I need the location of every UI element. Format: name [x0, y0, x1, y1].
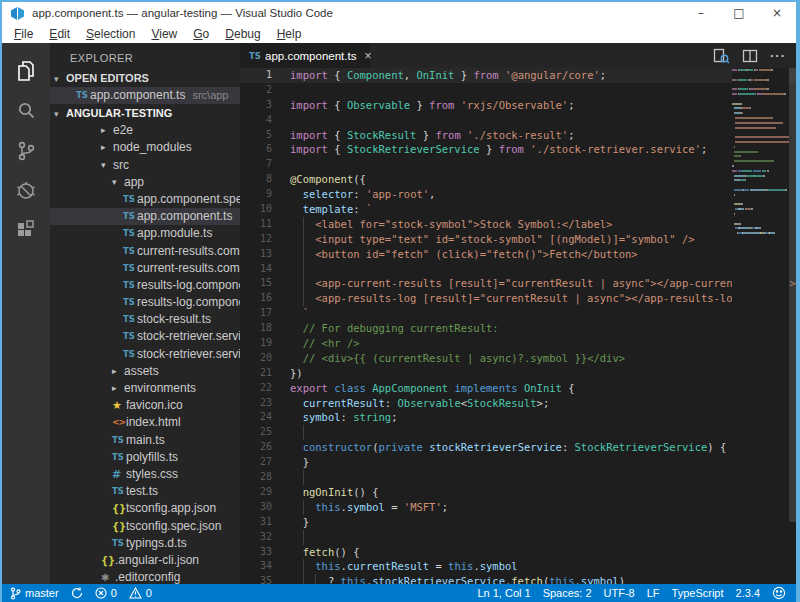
code-line-8[interactable]: 8@Component({: [240, 172, 796, 187]
tree-item-e2e[interactable]: ▸e2e: [50, 122, 240, 139]
tree-item-app-component-ts[interactable]: TSapp.component.ts: [50, 208, 240, 225]
tab-close-icon[interactable]: ×: [364, 49, 371, 63]
tree-item--editorconfig[interactable]: ✱.editorconfig: [50, 569, 240, 584]
tree-item-stock-retriever-service-ts[interactable]: TSstock-retriever.service.ts: [50, 346, 240, 363]
tree-item-assets[interactable]: ▸assets: [50, 363, 240, 380]
menu-selection[interactable]: Selection: [78, 27, 143, 41]
vertical-scrollbar[interactable]: [789, 68, 796, 584]
code-editor[interactable]: 1import { Component, OnInit } from '@ang…: [240, 68, 796, 584]
project-header[interactable]: ▾ANGULAR-TESTING: [50, 104, 240, 122]
tree-item-src[interactable]: ▾src: [50, 157, 240, 174]
status-warning-0[interactable]: 0: [129, 587, 152, 599]
tree-item-stock-retriever-service-spec-ts[interactable]: TSstock-retriever.service.spec.ts: [50, 328, 240, 345]
menu-view[interactable]: View: [143, 27, 185, 41]
code-line-5[interactable]: 5import { StockResult } from './stock-re…: [240, 128, 796, 143]
code-line-20[interactable]: 20 // <div>{{ (currentResult | async)?.s…: [240, 351, 796, 366]
open-editor-item[interactable]: TSapp.component.tssrc\app: [50, 87, 240, 104]
code-line-13[interactable]: 13 <button id="fetch" (click)="fetch()">…: [240, 247, 796, 262]
activity-extensions-button[interactable]: [2, 211, 50, 251]
code-line-14[interactable]: 14: [240, 262, 796, 277]
code-line-27[interactable]: 27 }: [240, 455, 796, 470]
code-line-32[interactable]: 32: [240, 530, 796, 545]
code-line-30[interactable]: 30 this.symbol = 'MSFT';: [240, 500, 796, 515]
close-button[interactable]: ×: [758, 2, 796, 24]
status-segment[interactable]: Ln 1, Col 1: [477, 587, 530, 599]
more-actions-button[interactable]: ···: [770, 51, 786, 61]
menu-debug[interactable]: Debug: [217, 27, 268, 41]
code-line-29[interactable]: 29 ngOnInit() {: [240, 485, 796, 500]
status-error-0[interactable]: 0: [95, 587, 117, 599]
tree-item-app[interactable]: ▾app: [50, 174, 240, 191]
status-segment[interactable]: UTF-8: [604, 587, 635, 599]
tree-item-test-ts[interactable]: TStest.ts: [50, 483, 240, 500]
status-segment[interactable]: 2.3.4: [736, 587, 760, 599]
tree-item-styles-css[interactable]: #styles.css: [50, 466, 240, 483]
code-line-19[interactable]: 19 // <hr />: [240, 336, 796, 351]
menu-help[interactable]: Help: [269, 27, 310, 41]
menu-edit[interactable]: Edit: [41, 27, 78, 41]
status-segment[interactable]: LF: [647, 587, 660, 599]
tree-item-environments[interactable]: ▸environments: [50, 380, 240, 397]
code-line-9[interactable]: 9 selector: 'app-root',: [240, 187, 796, 202]
tree-item-results-log-component-ts[interactable]: TSresults-log.component.ts: [50, 294, 240, 311]
tree-item-index-html[interactable]: <>index.html: [50, 414, 240, 431]
code-line-25[interactable]: 25: [240, 425, 796, 440]
code-line-23[interactable]: 23 currentResult: Observable<StockResult…: [240, 396, 796, 411]
code-line-7[interactable]: 7: [240, 157, 796, 172]
maximize-button[interactable]: □: [720, 2, 758, 24]
activity-explorer-button[interactable]: [2, 51, 50, 91]
activity-source-control-button[interactable]: [2, 131, 50, 171]
code-line-16[interactable]: 16 <app-results-log [result]="currentRes…: [240, 291, 796, 306]
status-segment[interactable]: Spaces: 2: [543, 587, 592, 599]
open-preview-button[interactable]: [713, 48, 730, 64]
tree-item-polyfills-ts[interactable]: TSpolyfills.ts: [50, 449, 240, 466]
code-line-21[interactable]: 21}): [240, 366, 796, 381]
tree-item-current-results-component-ts[interactable]: TScurrent-results.component.ts: [50, 260, 240, 277]
activity-search-button[interactable]: [2, 91, 50, 131]
menu-go[interactable]: Go: [185, 27, 217, 41]
code-line-17[interactable]: 17 `: [240, 306, 796, 321]
split-editor-button[interactable]: [742, 48, 758, 64]
code-line-1[interactable]: 1import { Component, OnInit } from '@ang…: [240, 68, 796, 83]
feedback-smiley-icon[interactable]: [772, 586, 786, 600]
tree-item-current-results-component-spec-ts[interactable]: TScurrent-results.component.spec.ts: [50, 243, 240, 260]
code-line-24[interactable]: 24 symbol: string;: [240, 410, 796, 425]
scrollbar-slider[interactable]: [789, 68, 796, 522]
tree-item-app-component-spec-ts[interactable]: TSapp.component.spec.ts: [50, 191, 240, 208]
status-sync[interactable]: [71, 587, 83, 599]
code-line-6[interactable]: 6import { StockRetrieverService } from '…: [240, 142, 796, 157]
code-line-3[interactable]: 3import { Observable } from 'rxjs/Observ…: [240, 98, 796, 113]
menu-file[interactable]: File: [6, 27, 41, 41]
tree-item-typings-d-ts[interactable]: TStypings.d.ts: [50, 535, 240, 552]
status-git-branch-master[interactable]: master: [10, 587, 59, 600]
tree-item-tsconfig-spec-json[interactable]: {}tsconfig.spec.json: [50, 518, 240, 535]
tree-item-main-ts[interactable]: TSmain.ts: [50, 432, 240, 449]
code-line-2[interactable]: 2: [240, 83, 796, 98]
minimap[interactable]: [732, 68, 789, 584]
activity-debug-button[interactable]: [2, 171, 50, 211]
code-line-34[interactable]: 34 this.currentResult = this.symbol: [240, 559, 796, 574]
code-line-10[interactable]: 10 template: `: [240, 202, 796, 217]
code-line-15[interactable]: 15 <app-current-results [result]="curren…: [240, 276, 796, 291]
code-line-11[interactable]: 11 <label for="stock-symbol">Stock Symbo…: [240, 217, 796, 232]
code-line-18[interactable]: 18 // For debugging currentResult:: [240, 321, 796, 336]
code-line-22[interactable]: 22export class AppComponent implements O…: [240, 381, 796, 396]
tree-item--angular-cli-json[interactable]: {}.angular-cli.json: [50, 552, 240, 569]
tree-item-app-module-ts[interactable]: TSapp.module.ts: [50, 225, 240, 242]
status-segment[interactable]: TypeScript: [672, 587, 724, 599]
tree-item-tsconfig-app-json[interactable]: {}tsconfig.app.json: [50, 500, 240, 517]
tree-item-stock-result-ts[interactable]: TSstock-result.ts: [50, 311, 240, 328]
minimize-button[interactable]: –: [682, 2, 720, 24]
tab-app-component-ts[interactable]: TS app.component.ts ×: [240, 43, 370, 68]
code-line-35[interactable]: 35 ? this.stockRetrieverService.fetch(th…: [240, 574, 796, 584]
code-line-12[interactable]: 12 <input type="text" id="stock-symbol" …: [240, 232, 796, 247]
code-line-4[interactable]: 4: [240, 113, 796, 128]
code-line-31[interactable]: 31 }: [240, 515, 796, 530]
tree-item-favicon-ico[interactable]: ★favicon.ico: [50, 397, 240, 414]
code-line-26[interactable]: 26 constructor(private stockRetrieverSer…: [240, 440, 796, 455]
tree-item-results-log-component-spec-ts[interactable]: TSresults-log.component.spec.ts: [50, 277, 240, 294]
code-line-28[interactable]: 28: [240, 470, 796, 485]
code-line-33[interactable]: 33 fetch() {: [240, 545, 796, 560]
open-editors-header[interactable]: ▾OPEN EDITORS: [50, 69, 240, 87]
tree-item-node-modules[interactable]: ▸node_modules: [50, 139, 240, 156]
